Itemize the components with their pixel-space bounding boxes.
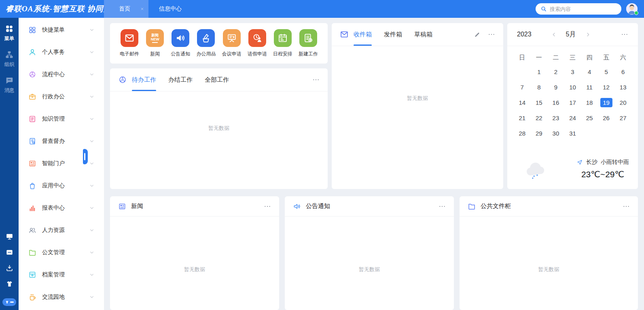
sidebar-item-应用中心[interactable]: 应用中心 [19, 174, 104, 197]
more-icon[interactable] [621, 31, 628, 38]
sidebar-item-交流园地[interactable]: 交流园地 [19, 286, 104, 308]
quick-app-新建工作[interactable]: 新建工作 [296, 29, 320, 57]
calendar-day-cell: 18 [581, 95, 598, 110]
sidebar-item-流程中心[interactable]: 流程中心 [19, 63, 104, 85]
sidebar-item-人力资源[interactable]: 人力资源 [19, 219, 104, 241]
calendar-day[interactable]: 19 [600, 98, 612, 107]
news-icon [28, 159, 36, 168]
page-tab-1[interactable]: 首页 [104, 0, 148, 18]
sidebar-item-行政办公[interactable]: 行政办公 [19, 85, 104, 108]
sidebar-item-label: 智能门户 [42, 160, 65, 167]
calendar-day[interactable]: 16 [550, 98, 562, 107]
calendar-day[interactable]: 26 [600, 113, 612, 123]
calendar-day[interactable]: 23 [550, 113, 562, 123]
more-icon[interactable] [264, 203, 271, 210]
more-icon[interactable] [623, 203, 630, 210]
calendar-day[interactable]: 6 [617, 67, 629, 76]
calendar-day[interactable]: 11 [583, 83, 595, 92]
calendar-day[interactable]: 25 [583, 113, 595, 123]
page-tabs: 首页信息中心 [104, 0, 192, 18]
sidebar-item-督查督办[interactable]: 督查督办 [19, 130, 104, 152]
quick-app-电子邮件[interactable]: 电子邮件 [117, 29, 142, 57]
sidebar-item-知识管理[interactable]: 知识管理 [19, 108, 104, 130]
rail-tool-download-icon[interactable] [6, 264, 13, 272]
sidebar-collapse-handle[interactable] [83, 149, 88, 164]
calendar-day[interactable]: 21 [516, 113, 528, 123]
sidebar-item-智能门户[interactable]: 智能门户 [19, 152, 104, 174]
quick-apps-panel: 电子邮件新闻NEW新闻公告通知办公用品会议申请请假申请日程安排新建工作 [110, 23, 328, 64]
news-icon [118, 202, 126, 210]
sidebar-item-快捷菜单[interactable]: 快捷菜单 [19, 19, 104, 41]
sidebar-item-档案管理[interactable]: 档案管理 [19, 263, 104, 286]
rail-item-组织[interactable]: 组织 [4, 50, 14, 68]
calendar-day[interactable]: 31 [566, 129, 578, 138]
sidebar-item-label: 流程中心 [42, 71, 65, 78]
presentation-icon [223, 29, 241, 47]
mail-tab-发件箱[interactable]: 发件箱 [384, 23, 402, 46]
todo-tab-全部工作[interactable]: 全部工作 [205, 68, 229, 91]
quick-app-请假申请[interactable]: 请假申请 [245, 29, 269, 57]
quick-app-办公用品[interactable]: 办公用品 [194, 29, 218, 57]
calendar-day-cell: 20 [614, 95, 631, 110]
sidebar-item-报表中心[interactable]: 报表中心 [19, 197, 104, 219]
calendar-day[interactable]: 2 [550, 67, 562, 76]
calendar-day[interactable]: 14 [516, 98, 528, 107]
calendar-day[interactable]: 1 [533, 67, 545, 76]
edit-pencil-icon[interactable] [474, 31, 481, 38]
calendar-day[interactable]: 20 [617, 98, 629, 107]
calendar-day[interactable]: 18 [583, 98, 595, 107]
quick-app-新闻[interactable]: 新闻NEW新闻 [143, 29, 167, 57]
more-icon[interactable] [312, 76, 320, 83]
more-icon[interactable] [488, 31, 495, 38]
calendar-day-cell: 1 [531, 64, 548, 79]
user-avatar[interactable] [626, 3, 638, 15]
calendar-day[interactable]: 29 [533, 129, 545, 138]
calendar-day-cell: 14 [514, 95, 531, 110]
rail-item-菜单[interactable]: 菜单 [4, 24, 14, 42]
leave-clock-icon [248, 29, 266, 47]
calendar-day[interactable]: 7 [516, 83, 528, 92]
calendar-day[interactable]: 10 [566, 83, 578, 92]
rail-tool-card-icon[interactable] [6, 248, 13, 256]
close-icon[interactable] [140, 7, 144, 11]
chevron-left-icon[interactable] [551, 32, 557, 38]
calendar-day-cell: 23 [547, 110, 564, 125]
calendar-day[interactable]: 15 [533, 98, 545, 107]
search-input[interactable] [550, 6, 621, 12]
calendar-day[interactable]: 27 [617, 113, 629, 123]
rail-theme-toggle[interactable] [2, 298, 16, 306]
quick-app-会议申请[interactable]: 会议申请 [220, 29, 244, 57]
rail-item-消息[interactable]: 消息 [4, 76, 14, 94]
calendar-day[interactable]: 5 [600, 67, 612, 76]
quick-app-日程安排[interactable]: 日程安排 [271, 29, 295, 57]
mail-tab-收件箱[interactable]: 收件箱 [354, 23, 372, 46]
calendar-day[interactable]: 9 [550, 83, 562, 92]
calendar-day[interactable]: 24 [566, 113, 578, 123]
todo-tab-待办工作[interactable]: 待办工作 [132, 68, 156, 91]
calendar-day[interactable]: 13 [617, 83, 629, 92]
more-icon[interactable] [439, 203, 446, 210]
todo-tab-办结工作[interactable]: 办结工作 [168, 68, 193, 91]
sidebar-menu: 快捷菜单个人事务流程中心行政办公知识管理督查督办智能门户应用中心报表中心人力资源… [19, 18, 104, 310]
chevron-down-icon [89, 71, 95, 78]
page-tab-2[interactable]: 信息中心 [148, 0, 192, 18]
chevron-right-icon[interactable] [585, 32, 591, 38]
calendar-day[interactable]: 30 [550, 129, 562, 138]
rail-tool-monitor-icon[interactable] [6, 233, 13, 240]
calendar-day[interactable]: 28 [516, 129, 528, 138]
search-box[interactable] [536, 3, 621, 15]
sidebar-item-个人事务[interactable]: 个人事务 [19, 41, 104, 63]
speaker-icon [293, 202, 301, 210]
calendar-day[interactable]: 4 [583, 67, 595, 76]
rail-tool-shirt-icon[interactable] [6, 280, 13, 288]
calendar-day[interactable]: 8 [533, 83, 545, 92]
calendar-day-cell: 24 [564, 110, 581, 125]
calendar-day[interactable]: 17 [566, 98, 578, 107]
notice-panel-title: 公告通知 [306, 202, 330, 210]
mail-tab-草稿箱[interactable]: 草稿箱 [414, 23, 432, 46]
calendar-day[interactable]: 22 [533, 113, 545, 123]
quick-app-公告通知[interactable]: 公告通知 [168, 29, 193, 57]
sidebar-item-公文管理[interactable]: 公文管理 [19, 241, 104, 263]
calendar-day[interactable]: 3 [566, 67, 578, 76]
calendar-day[interactable]: 12 [600, 83, 612, 92]
